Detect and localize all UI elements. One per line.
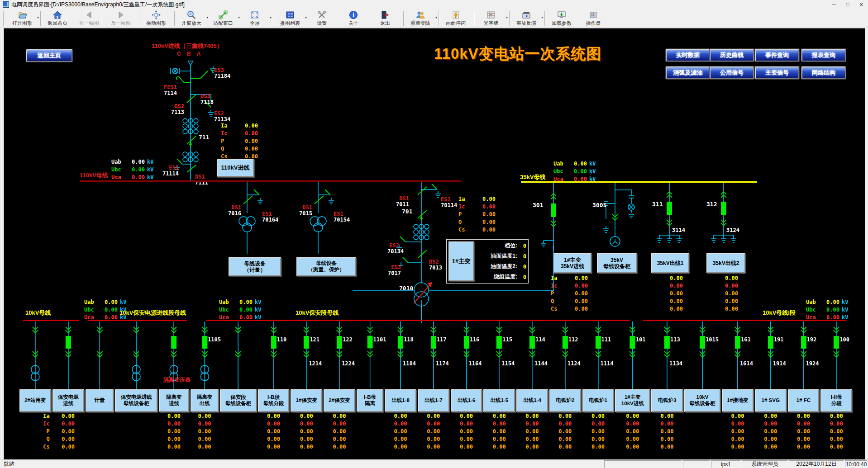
equipment-box-2#站用变[interactable]: 2#站用变 bbox=[19, 389, 51, 412]
equipment-box-电弧炉3[interactable]: 电弧炉3 bbox=[651, 389, 683, 412]
maximize-button[interactable]: □ bbox=[841, 0, 854, 9]
equipment-box-I-II母分段[interactable]: I-II母分段 bbox=[820, 389, 852, 412]
dropdown-arrow-icon[interactable]: ▾ bbox=[541, 15, 543, 19]
measurement-row: Ia bbox=[19, 412, 51, 420]
flash-icon bbox=[451, 10, 461, 20]
transformer-7010-label[interactable]: 7010 bbox=[399, 285, 413, 292]
equipment-box-计量[interactable]: 计量 bbox=[86, 389, 114, 412]
toolbar-button-load[interactable]: 加载参数 bbox=[547, 9, 578, 27]
equipment-box-隔离变进线[interactable]: 隔离变进线 bbox=[159, 389, 189, 412]
measurement-row: 0.00 bbox=[258, 412, 290, 420]
toolbar-button-home[interactable]: 返回首页 bbox=[43, 9, 74, 27]
nav-report-query[interactable]: 报表查询 bbox=[801, 49, 846, 61]
feeder-symbol: 1131134 bbox=[651, 321, 683, 389]
feeder-measurements: 0.000.000.000.000.00 bbox=[582, 412, 614, 450]
equipment-box-1# FC[interactable]: 1# FC bbox=[788, 389, 820, 412]
equipment-box-电弧炉2[interactable]: 电弧炉2 bbox=[549, 389, 581, 412]
equipment-box-busbar-protection[interactable]: 母线设备（测量、保护） bbox=[296, 257, 356, 276]
toolbar-button-replay[interactable]: 事故反演▾ bbox=[511, 9, 543, 27]
equipment-box-busbar-metering[interactable]: 母线设备（计量） bbox=[229, 257, 281, 276]
feeder-column-10kV母线设备柜: 101510kV母线设备柜 bbox=[684, 321, 720, 450]
toolbar-button-fit[interactable]: 适配窗口▾ bbox=[208, 9, 240, 27]
window-titlebar: 电网调度员界面-[D:/IPS3000/BaseEnv/graph0/三鑫重工/… bbox=[0, 0, 868, 9]
toolbar-button-next[interactable]: 后一幅图 bbox=[106, 9, 138, 27]
measurement-row bbox=[684, 427, 720, 435]
about-icon bbox=[348, 10, 358, 20]
equipment-box-35kv-bus-pt[interactable]: 35kV母线设备柜 bbox=[597, 253, 637, 273]
nav-network-structure[interactable]: 网络结构 bbox=[801, 66, 846, 79]
measurement-row: 0.00 bbox=[788, 427, 820, 435]
equipment-box-出线1-7[interactable]: 出线1-7 bbox=[418, 389, 449, 412]
nav-event-query[interactable]: 事件查询 bbox=[755, 49, 799, 61]
toolbar-button-panel[interactable]: 操作盘 bbox=[578, 9, 610, 27]
breaker-711-label[interactable]: 711 bbox=[199, 134, 209, 141]
toolbar-button-pan[interactable]: 拖动图形 bbox=[141, 9, 173, 27]
home-page-button[interactable]: 返回主页 bbox=[26, 49, 72, 62]
equipment-box-2#保安变[interactable]: 2#保安变 bbox=[324, 389, 355, 412]
equipment-box-1#接地变[interactable]: 1#接地变 bbox=[722, 389, 754, 412]
voltage-row: Uab0.00kV bbox=[553, 160, 600, 167]
equipment-box-电弧炉1[interactable]: 电弧炉1 bbox=[582, 389, 614, 412]
toolbar-button-board[interactable]: 光字牌▾ bbox=[476, 9, 508, 27]
dropdown-arrow-icon[interactable]: ▾ bbox=[506, 15, 508, 19]
equipment-box-10kV母线设备柜[interactable]: 10kV母线设备柜 bbox=[684, 389, 720, 412]
breaker-701-label[interactable]: 701 bbox=[402, 208, 412, 215]
toolbar-button-list[interactable]: 推图列表▾ bbox=[275, 9, 307, 27]
toolbar-label: 开窗放大 bbox=[181, 20, 201, 26]
nav-common-signal[interactable]: 公用信号 bbox=[710, 66, 754, 79]
equipment-box-出线1-5[interactable]: 出线1-5 bbox=[483, 389, 515, 412]
measurement-row bbox=[115, 443, 157, 450]
equipment-box-保安段母线设备柜[interactable]: 保安段母线设备柜 bbox=[220, 389, 256, 412]
measurement-row: 0.00 bbox=[451, 435, 482, 443]
isolation-transformer-label: 隔离变压器 bbox=[163, 377, 191, 383]
feeder-number: 1101 bbox=[373, 336, 386, 343]
equipment-box-35kv-out1[interactable]: 35kV出线1 bbox=[651, 253, 689, 273]
nav-transformer-signal[interactable]: 主变信号 bbox=[755, 66, 799, 79]
feeder-measurements: 0.000.000.000.000.00 bbox=[651, 412, 683, 450]
equipment-box-35kv-incoming[interactable]: 1#主变35kV进线 bbox=[553, 253, 591, 273]
equipment-box-出线1-4[interactable]: 出线1-4 bbox=[516, 389, 548, 412]
equipment-box-1#保安变[interactable]: 1#保安变 bbox=[291, 389, 322, 412]
equipment-box-保安电源进线母线设备柜[interactable]: 保安电源进线母线设备柜 bbox=[115, 389, 157, 412]
close-button[interactable]: ✕ bbox=[854, 0, 868, 9]
toolbar-button-exit[interactable]: 退出 bbox=[370, 9, 402, 27]
equipment-box-110kv-incoming[interactable]: 110kV进线 bbox=[217, 159, 254, 177]
toolbar-button-relogin[interactable]: 重新登陆▾ bbox=[405, 9, 437, 27]
toolbar-button-settings[interactable]: 设置 bbox=[307, 9, 339, 27]
nav-arc-suppression[interactable]: 消弧及滤油 bbox=[666, 66, 710, 79]
equipment-box-1# SVG[interactable]: 1# SVG bbox=[755, 389, 787, 412]
equipment-box-隔离变出线[interactable]: 隔离变出线 bbox=[191, 389, 219, 412]
minimize-button[interactable]: ─ bbox=[827, 0, 841, 9]
dropdown-arrow-icon[interactable]: ▾ bbox=[270, 15, 272, 19]
voltage-row: Uab0.00kV bbox=[111, 158, 158, 165]
equipment-box-35kv-out2[interactable]: 35kV出线2 bbox=[706, 253, 745, 273]
equipment-box-出线1-6[interactable]: 出线1-6 bbox=[451, 389, 482, 412]
toolbar-grip[interactable] bbox=[3, 11, 5, 26]
measurement-row: 0.00 bbox=[159, 412, 189, 420]
toolbar-separator bbox=[439, 11, 439, 26]
measurement-row: 0.00 bbox=[713, 282, 738, 289]
toolbar-button-flash[interactable]: 画面停闪 bbox=[441, 9, 472, 27]
dropdown-arrow-icon[interactable]: ▾ bbox=[435, 15, 437, 19]
phase-label: C B A bbox=[177, 51, 203, 57]
feeder-measurements: 0.000.000.000.000.00 bbox=[755, 412, 787, 450]
nav-realtime-data[interactable]: 实时数据 bbox=[666, 49, 710, 61]
equipment-box-I-B母隔离[interactable]: I-B母隔离 bbox=[357, 389, 383, 412]
toolbar-button-prev[interactable]: 前一幅图 bbox=[74, 9, 106, 27]
toolbar-button-zoom[interactable]: 开窗放大▾ bbox=[176, 9, 208, 27]
equipment-box-出线1-8[interactable]: 出线1-8 bbox=[385, 389, 416, 412]
status-field-10:00:40: 10:00:40 bbox=[845, 460, 868, 468]
equipment-box-I-B段母线分段[interactable]: I-B段母线分段 bbox=[258, 389, 290, 412]
main-transformer-button[interactable]: 1#主变 bbox=[448, 241, 474, 281]
measurement-row: Q bbox=[19, 435, 51, 443]
dropdown-arrow-icon[interactable]: ▾ bbox=[37, 15, 39, 19]
equipment-box-1#主变10kV进线[interactable]: 1#主变10kV进线 bbox=[615, 389, 650, 412]
fit-icon bbox=[218, 10, 228, 20]
toolbar-button-fullscreen[interactable]: 全屏▾ bbox=[240, 9, 272, 27]
equipment-box-保安电源进线[interactable]: 保安电源进线 bbox=[52, 389, 84, 412]
toolbar-label: 关于 bbox=[348, 20, 358, 26]
nav-history-curve[interactable]: 历史曲线 bbox=[710, 49, 754, 61]
measurement-row: Ia0.00 bbox=[551, 274, 588, 282]
toolbar-button-about[interactable]: 关于 bbox=[339, 9, 370, 27]
toolbar-button-open-graph[interactable]: 打开图形▾ bbox=[7, 9, 39, 27]
